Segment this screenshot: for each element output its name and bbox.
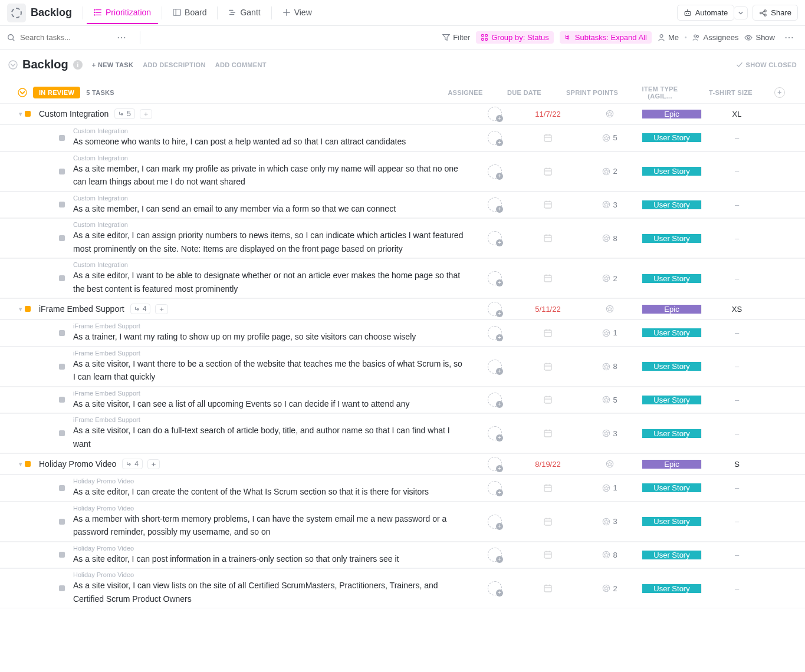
cell-itemtype[interactable]: User Story [642,261,701,295]
cell-tshirt[interactable]: S [701,460,772,469]
cell-tshirt[interactable]: – [701,551,772,559]
groupby-pill[interactable]: Group by: Status [476,31,554,44]
status-square-icon[interactable] [59,585,65,591]
cell-tshirt[interactable]: – [701,328,772,337]
cell-sprint[interactable]: 8 [577,551,642,559]
info-icon[interactable]: i [73,60,83,70]
task-row-epic[interactable]: ▾ Holiday Promo Video 4 + 8/19/22 Epic S [0,453,805,475]
status-square-icon[interactable] [59,485,65,491]
cell-tshirt[interactable]: XL [701,110,772,118]
column-header-sprint[interactable]: SPRINT POINTS [560,89,625,96]
task-row-story[interactable]: Holiday Promo Video As a member with sho… [0,502,805,542]
cell-due[interactable]: 11/7/22 [518,110,577,118]
task-row-epic[interactable]: ▾ Custom Integration 5 + 11/7/22 Epic XL [0,103,805,124]
view-tab-add[interactable]: View [275,1,319,24]
cell-sprint[interactable]: 5 [577,396,642,404]
cell-due[interactable] [518,274,577,283]
cell-sprint[interactable] [577,460,642,468]
cell-itemtype[interactable]: User Story [642,221,701,255]
cell-due[interactable] [518,395,577,404]
cell-assignee[interactable] [471,393,518,407]
cell-assignee[interactable] [471,515,518,529]
cell-due[interactable] [518,133,577,143]
cell-assignee[interactable] [471,481,518,495]
collapse-group-icon[interactable] [18,88,27,97]
status-square-icon[interactable] [59,275,65,281]
share-button[interactable]: Share [753,5,798,21]
cell-due[interactable] [518,517,577,526]
task-row-story[interactable]: Holiday Promo Video As a site editor, I … [0,542,805,569]
filter-button[interactable]: Filter [442,33,470,42]
cell-sprint[interactable]: 1 [577,328,642,337]
status-square-icon[interactable] [25,306,31,312]
status-square-icon[interactable] [59,135,65,141]
cell-assignee[interactable] [471,131,518,145]
cell-due[interactable] [518,584,577,593]
cell-tshirt[interactable]: – [701,200,772,209]
subtask-count-pill[interactable]: 4 [122,459,143,469]
cell-itemtype[interactable]: User Story [642,322,701,344]
expand-epic-icon[interactable]: ▾ [19,460,22,468]
cell-tshirt[interactable]: – [701,396,772,404]
cell-itemtype[interactable]: Epic [642,106,701,121]
automate-button[interactable]: Automate [677,5,735,21]
cell-assignee[interactable] [471,326,518,340]
me-filter[interactable]: Me [658,33,679,42]
cell-sprint[interactable] [577,305,642,313]
task-row-story[interactable]: Holiday Promo Video As a site editor, I … [0,475,805,502]
cell-due[interactable] [518,167,577,176]
automate-dropdown[interactable] [734,6,748,19]
add-subtask-button[interactable]: + [140,109,153,119]
cell-sprint[interactable] [577,110,642,118]
cell-sprint[interactable]: 3 [577,200,642,209]
task-row-story[interactable]: Custom Integration As someone who wants … [0,124,805,151]
column-header-tshirt[interactable]: T-SHIRT SIZE [695,89,766,96]
task-row-story[interactable]: Holiday Promo Video As a site visitor, I… [0,568,805,608]
show-columns[interactable]: Show [744,33,775,42]
cell-itemtype[interactable]: User Story [642,505,701,539]
subtask-count-pill[interactable]: 4 [130,304,151,314]
cell-assignee[interactable] [471,271,518,285]
task-row-story[interactable]: Custom Integration As a site member, I c… [0,151,805,192]
cell-sprint[interactable]: 2 [577,274,642,283]
cell-tshirt[interactable]: – [701,133,772,142]
status-square-icon[interactable] [59,169,65,174]
cell-sprint[interactable]: 5 [577,133,642,142]
task-row-story[interactable]: iFrame Embed Support As a site visitor, … [0,387,805,414]
column-header-itemtype[interactable]: ITEM TYPE (AGIL... [630,85,689,100]
show-closed-toggle[interactable]: SHOW CLOSED [736,61,797,68]
cell-sprint[interactable]: 3 [577,429,642,438]
new-task-button[interactable]: + NEW TASK [92,61,133,68]
cell-itemtype[interactable]: Epic [642,456,701,472]
add-comment-button[interactable]: ADD COMMENT [215,61,267,68]
add-description-button[interactable]: ADD DESCRIPTION [143,61,206,68]
task-row-epic[interactable]: ▾ iFrame Embed Support 4 + 5/11/22 Epic … [0,298,805,319]
cell-sprint[interactable]: 3 [577,517,642,526]
status-square-icon[interactable] [25,111,31,117]
view-tab-prioritization[interactable]: Prioritization [87,1,158,24]
cell-assignee[interactable] [471,581,518,595]
cell-due[interactable] [518,200,577,209]
assignees-filter[interactable]: Assignees [692,33,738,42]
expand-epic-icon[interactable]: ▾ [19,110,22,118]
cell-sprint[interactable]: 8 [577,234,642,243]
status-pill[interactable]: IN REVIEW [33,87,80,98]
more-filter-options[interactable]: ⋯ [781,32,798,43]
cell-due[interactable] [518,362,577,371]
cell-assignee[interactable] [471,548,518,562]
cell-itemtype[interactable]: User Story [642,154,701,189]
search-input[interactable] [19,32,107,42]
cell-due[interactable] [518,483,577,493]
cell-itemtype[interactable]: User Story [642,477,701,499]
add-subtask-button[interactable]: + [147,459,160,469]
subtask-count-pill[interactable]: 5 [114,108,135,119]
cell-assignee[interactable] [471,426,518,440]
cell-due[interactable] [518,550,577,559]
cell-assignee[interactable] [471,302,518,316]
cell-itemtype[interactable]: User Story [642,416,701,450]
cell-itemtype[interactable]: Epic [642,301,701,317]
task-row-story[interactable]: Custom Integration As a site member, I c… [0,192,805,219]
status-square-icon[interactable] [59,330,65,336]
cell-tshirt[interactable]: – [701,483,772,492]
cell-assignee[interactable] [471,164,518,179]
